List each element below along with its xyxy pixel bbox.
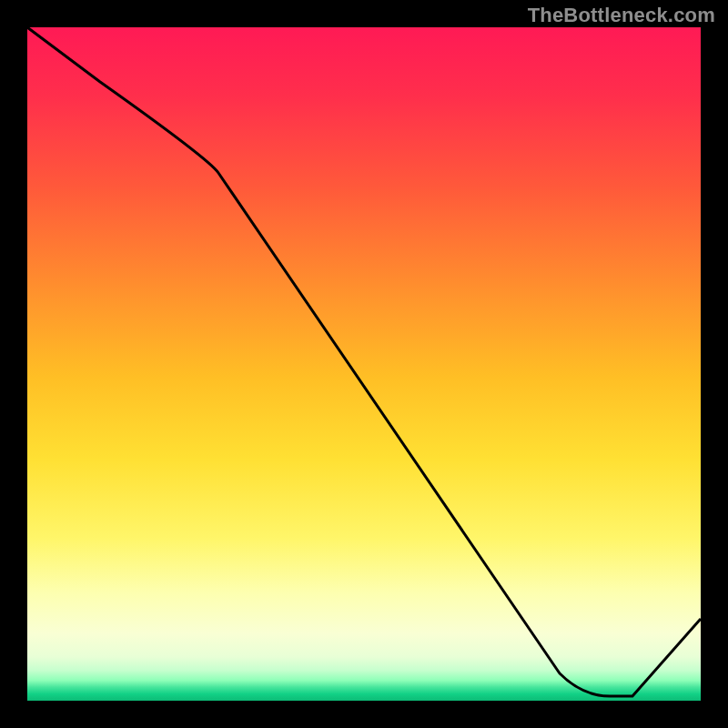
attribution-text: TheBottleneck.com	[528, 4, 715, 27]
chart-plot-area	[27, 27, 701, 701]
chart-gradient-background	[27, 27, 701, 701]
